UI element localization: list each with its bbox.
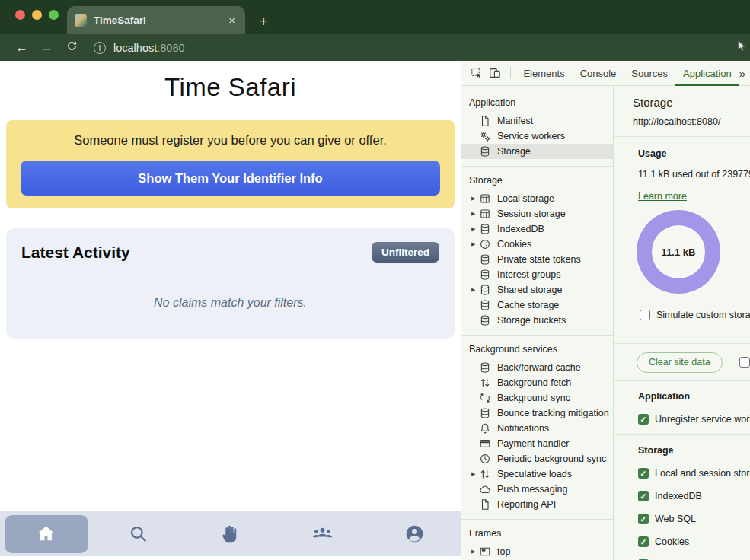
sidebar-item-bounce-tracking-mitigation[interactable]: Bounce tracking mitigation [461,406,613,421]
sidebar-item-label: Periodic background sync [497,453,606,464]
including-cookies-checkbox[interactable] [739,357,750,368]
sidebar-item-label: Reporting API [497,499,556,510]
sidebar-item-interest-groups[interactable]: Interest groups [461,267,613,282]
sidebar-item-indexeddb[interactable]: IndexedDB [461,221,613,237]
tab-close-icon[interactable] [226,14,238,27]
sidebar-item-speculative-loads[interactable]: Speculative loads [461,466,613,482]
database-icon [479,253,491,266]
sidebar-item-label: IndexedDB [497,224,544,234]
sidebar-item-label: Speculative loads [497,469,572,479]
new-tab-button[interactable] [259,13,268,29]
inspect-element-button[interactable] [468,63,486,83]
clear-site-data-button[interactable]: Clear site data [637,352,723,373]
sidebar-item-background-fetch[interactable]: Background fetch [461,375,613,390]
panel-title: Storage [633,96,744,109]
table-icon [479,192,491,205]
tab-application[interactable]: Application [675,61,739,86]
card-icon [479,438,491,450]
tab-title: TimeSafari [94,14,226,26]
nav-offers-button[interactable] [184,511,276,556]
sidebar-item-label: Service workers [497,131,565,142]
sidebar-item-private-state-tokens[interactable]: Private state tokens [461,252,613,267]
web-sql-checkbox[interactable] [638,514,649,524]
sidebar-item-session-storage[interactable]: Session storage [461,206,613,221]
sidebar-item-local-storage[interactable]: Local storage [461,191,613,206]
unfiltered-badge[interactable]: Unfiltered [372,242,439,262]
device-toolbar-button[interactable] [486,63,504,83]
sidebar-item-push-messaging[interactable]: Push messaging [461,482,613,497]
indexeddb-checkbox[interactable] [638,491,649,501]
expand-caret-icon[interactable] [471,226,479,232]
sidebar-item-notifications[interactable]: Notifications [461,421,613,436]
sidebar-item-payment-handler[interactable]: Payment handler [461,436,613,451]
storage-section-heading: Storage [638,445,750,456]
sidebar-item-cookies[interactable]: Cookies [461,237,613,252]
latest-activity-card: Latest Activity Unfiltered No claims mat… [6,228,455,339]
profile-icon [404,523,425,544]
register-alert: Someone must register you before you can… [6,120,455,208]
mouse-cursor [736,40,748,52]
sidebar-item-label: Shared storage [497,285,562,295]
cookies-checkbox[interactable] [638,536,649,547]
database-icon [479,284,491,296]
local-and-session-storage-checkbox[interactable] [638,468,649,479]
minimize-window-button[interactable] [32,10,42,20]
sidebar-item-service-workers[interactable]: Service workers [461,129,613,144]
nav-home-button[interactable] [0,511,92,556]
sidebar-item-shared-storage[interactable]: Shared storage [461,282,613,298]
sidebar-item-cache-storage[interactable]: Cache storage [461,298,613,313]
sidebar-item-top[interactable]: top [461,544,613,559]
expand-caret-icon[interactable] [471,211,479,217]
nav-search-button[interactable] [92,511,184,556]
close-window-button[interactable] [15,10,25,20]
checkbox-label: Web SQL [655,514,696,524]
sidebar-item-label: Manifest [497,116,533,126]
sidebar-item-manifest[interactable]: Manifest [461,113,613,129]
hand-icon [220,523,241,544]
database-icon [479,407,491,419]
browser-tab-timesafari[interactable]: TimeSafari [67,6,245,34]
nav-profile-button[interactable] [369,511,461,556]
expand-caret-icon[interactable] [471,241,479,247]
application-section-heading: Application [638,391,750,402]
reload-button[interactable] [59,40,85,56]
sidebar-section-title-storage: Storage [461,167,613,191]
tab-elements[interactable]: Elements [515,61,572,86]
more-tabs-icon[interactable] [739,67,745,80]
unregister-service-workers-checkbox[interactable] [638,414,649,425]
database-icon [479,269,491,281]
show-identifier-button[interactable]: Show Them Your Identifier Info [21,161,440,196]
tab-console[interactable]: Console [573,61,624,86]
sidebar-section-title-frames: Frames [461,520,613,544]
sidebar-item-label: Storage [497,146,531,157]
learn-more-link[interactable]: Learn more [638,191,687,202]
file-icon [479,498,491,511]
address-bar[interactable]: localhost:8080 [94,41,185,55]
expand-caret-icon[interactable] [471,287,479,293]
search-icon [128,523,148,544]
simulate-quota-checkbox[interactable] [640,310,650,320]
nav-contacts-button[interactable] [276,511,369,556]
sidebar-item-background-sync[interactable]: Background sync [461,390,613,406]
expand-caret-icon[interactable] [471,471,479,477]
cloud-icon [479,483,491,495]
sidebar-item-back-forward-cache[interactable]: Back/forward cache [461,360,613,375]
alert-message: Someone must register you before you can… [17,133,444,148]
sidebar-item-reporting-api[interactable]: Reporting API [461,497,613,512]
sidebar-item-label: Private state tokens [497,254,581,265]
sidebar-item-storage-buckets[interactable]: Storage buckets [461,313,613,328]
home-icon [36,523,56,544]
tab-sources[interactable]: Sources [624,61,675,86]
checkbox-row-cookies: Cookies [638,536,750,547]
maximize-window-button[interactable] [49,10,59,20]
back-button[interactable] [9,40,34,56]
frame-icon [479,546,491,558]
sidebar-item-storage[interactable]: Storage [461,144,613,159]
site-info-icon[interactable] [94,42,106,54]
expand-caret-icon[interactable] [471,196,479,202]
checkbox-row-local-and-session-storage: Local and session storage [638,468,750,479]
expand-caret-icon[interactable] [471,549,479,555]
usage-heading: Usage [638,148,750,159]
sidebar-item-periodic-background-sync[interactable]: Periodic background sync [461,451,613,466]
forward-button[interactable] [34,40,59,56]
